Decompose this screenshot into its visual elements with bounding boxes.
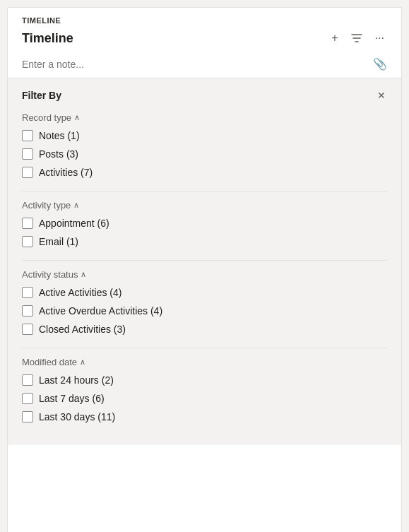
filter-panel: Filter By ✕ Record type ∧ Notes (1) Post…	[8, 78, 401, 445]
list-item: Active Activities (4)	[22, 285, 387, 300]
note-input-row: 📎	[8, 53, 401, 78]
closed-activities-checkbox[interactable]	[22, 324, 33, 335]
last-7d-checkbox[interactable]	[22, 393, 33, 404]
filter-section-activity-status: Activity status ∧ Active Activities (4) …	[22, 269, 387, 336]
section-title-modified-date: Modified date ∧	[22, 357, 387, 367]
filter-by-label: Filter By	[22, 90, 61, 101]
section-title-activity-type: Activity type ∧	[22, 200, 387, 211]
last-7d-label: Last 7 days (6)	[39, 393, 105, 404]
chevron-up-icon: ∧	[73, 201, 79, 210]
filter-section-record-type: Record type ∧ Notes (1) Posts (3) Activi…	[22, 112, 387, 179]
more-options-button[interactable]: ···	[372, 30, 387, 46]
appointment-checkbox[interactable]	[22, 218, 33, 229]
active-overdue-label: Active Overdue Activities (4)	[39, 305, 162, 317]
attachment-icon: 📎	[373, 57, 387, 71]
filter-section-activity-type: Activity type ∧ Appointment (6) Email (1…	[22, 200, 387, 249]
active-overdue-checkbox[interactable]	[22, 305, 33, 317]
ellipsis-icon: ···	[375, 32, 384, 45]
chevron-up-icon: ∧	[81, 270, 86, 279]
last-24h-label: Last 24 hours (2)	[39, 374, 114, 386]
timeline-container: TIMELINE Timeline + ··· 📎 Filter By ✕	[7, 7, 402, 532]
list-item: Appointment (6)	[22, 216, 387, 230]
posts-label: Posts (3)	[39, 148, 78, 160]
note-input[interactable]	[22, 59, 373, 70]
posts-checkbox[interactable]	[22, 148, 33, 160]
notes-checkbox[interactable]	[22, 130, 33, 141]
filter-section-modified-date: Modified date ∧ Last 24 hours (2) Last 7…	[22, 357, 387, 424]
list-item: Closed Activities (3)	[22, 322, 387, 336]
closed-activities-label: Closed Activities (3)	[39, 324, 126, 335]
section-title-activity-status: Activity status ∧	[22, 269, 387, 280]
timeline-title-row: Timeline + ···	[8, 28, 401, 53]
list-item: Last 7 days (6)	[22, 391, 387, 406]
list-item: Email (1)	[22, 235, 387, 249]
list-item: Last 24 hours (2)	[22, 373, 387, 387]
notes-label: Notes (1)	[39, 130, 80, 141]
divider	[22, 260, 387, 261]
activities-checkbox[interactable]	[22, 167, 33, 178]
chevron-up-icon: ∧	[80, 357, 85, 367]
filter-button[interactable]	[348, 31, 365, 45]
list-item: Posts (3)	[22, 147, 387, 161]
email-label: Email (1)	[39, 236, 78, 247]
list-item: Activities (7)	[22, 165, 387, 179]
timeline-small-header: TIMELINE	[8, 8, 401, 28]
activities-label: Activities (7)	[39, 167, 93, 178]
timeline-actions: + ···	[328, 30, 387, 46]
last-24h-checkbox[interactable]	[22, 374, 33, 386]
appointment-label: Appointment (6)	[39, 218, 109, 229]
filter-panel-header: Filter By ✕	[22, 88, 387, 102]
chevron-up-icon: ∧	[74, 113, 80, 122]
active-activities-label: Active Activities (4)	[39, 287, 121, 298]
section-title-record-type: Record type ∧	[22, 112, 387, 123]
active-activities-checkbox[interactable]	[22, 287, 33, 298]
divider	[22, 348, 387, 348]
list-item: Last 30 days (11)	[22, 410, 387, 424]
last-30d-checkbox[interactable]	[22, 411, 33, 422]
divider	[22, 191, 387, 191]
list-item: Active Overdue Activities (4)	[22, 304, 387, 318]
email-checkbox[interactable]	[22, 236, 33, 247]
add-button[interactable]: +	[328, 30, 340, 46]
filter-close-button[interactable]: ✕	[376, 88, 387, 102]
list-item: Notes (1)	[22, 129, 387, 143]
close-icon: ✕	[377, 90, 386, 101]
last-30d-label: Last 30 days (11)	[39, 411, 115, 422]
timeline-title: Timeline	[22, 31, 73, 46]
